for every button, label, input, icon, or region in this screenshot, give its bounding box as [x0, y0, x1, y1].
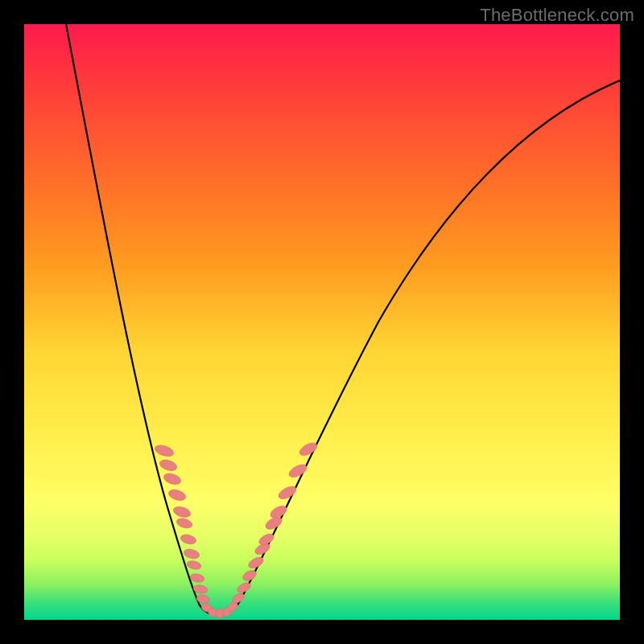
bead-marker [189, 572, 205, 584]
bead-marker [159, 458, 179, 473]
bead-marker [175, 517, 193, 530]
bead-marker [163, 472, 183, 486]
plot-area [24, 24, 620, 620]
bead-marker [172, 505, 192, 519]
bead-marker [287, 462, 309, 480]
chart-frame: TheBottleneck.com [0, 0, 644, 644]
watermark-label: TheBottleneck.com [480, 5, 634, 26]
bead-marker [183, 547, 200, 560]
bead-marker [180, 533, 197, 546]
plot-svg [24, 24, 620, 620]
bead-marker [216, 609, 224, 618]
bead-marker [298, 440, 320, 458]
bead-marker [277, 484, 299, 502]
bead-marker [167, 488, 188, 502]
bead-marker [154, 444, 175, 459]
bottleneck-curve [66, 24, 620, 614]
bead-layer [154, 440, 320, 619]
bead-marker [186, 559, 202, 571]
